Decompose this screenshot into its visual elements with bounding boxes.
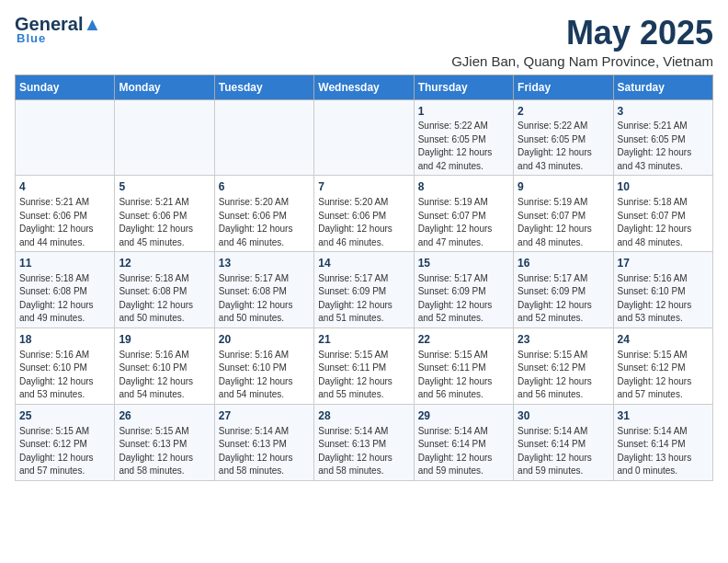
- day-number: 29: [418, 408, 509, 424]
- calendar-cell: [314, 99, 414, 176]
- header-wednesday: Wednesday: [314, 75, 414, 99]
- header-thursday: Thursday: [414, 75, 513, 99]
- day-info: Sunrise: 5:15 AM Sunset: 6:12 PM Dayligh…: [518, 349, 609, 402]
- day-number: 25: [19, 408, 110, 424]
- title-block: May 2025 GJien Ban, Quang Nam Province, …: [451, 15, 713, 69]
- header-friday: Friday: [514, 75, 613, 99]
- day-number: 13: [219, 256, 310, 271]
- day-number: 18: [19, 332, 110, 348]
- day-info: Sunrise: 5:18 AM Sunset: 6:07 PM Dayligh…: [618, 196, 709, 249]
- header-monday: Monday: [115, 75, 214, 99]
- calendar-cell: [214, 99, 313, 176]
- day-info: Sunrise: 5:15 AM Sunset: 6:12 PM Dayligh…: [618, 349, 709, 402]
- calendar-week-1: 1Sunrise: 5:22 AM Sunset: 6:05 PM Daylig…: [16, 99, 713, 176]
- month-title: May 2025: [451, 15, 713, 52]
- calendar-cell: 6Sunrise: 5:20 AM Sunset: 6:06 PM Daylig…: [214, 176, 313, 252]
- day-number: 5: [119, 179, 210, 195]
- day-info: Sunrise: 5:14 AM Sunset: 6:13 PM Dayligh…: [318, 425, 409, 478]
- calendar-cell: 12Sunrise: 5:18 AM Sunset: 6:08 PM Dayli…: [115, 252, 214, 328]
- day-number: 16: [518, 256, 609, 271]
- page-header: General▲ Blue May 2025 GJien Ban, Quang …: [15, 15, 713, 69]
- calendar-cell: 14Sunrise: 5:17 AM Sunset: 6:09 PM Dayli…: [314, 252, 414, 328]
- calendar-cell: [16, 99, 115, 176]
- calendar-cell: 2Sunrise: 5:22 AM Sunset: 6:05 PM Daylig…: [514, 99, 613, 176]
- header-tuesday: Tuesday: [214, 75, 313, 99]
- calendar-cell: 27Sunrise: 5:14 AM Sunset: 6:13 PM Dayli…: [214, 404, 313, 480]
- day-info: Sunrise: 5:15 AM Sunset: 6:13 PM Dayligh…: [119, 425, 210, 478]
- calendar-cell: 3Sunrise: 5:21 AM Sunset: 6:05 PM Daylig…: [613, 99, 712, 176]
- day-number: 22: [418, 332, 509, 348]
- calendar-week-5: 25Sunrise: 5:15 AM Sunset: 6:12 PM Dayli…: [16, 404, 713, 480]
- calendar-cell: 31Sunrise: 5:14 AM Sunset: 6:14 PM Dayli…: [613, 404, 712, 480]
- day-number: 19: [119, 332, 210, 348]
- day-info: Sunrise: 5:20 AM Sunset: 6:06 PM Dayligh…: [219, 196, 310, 249]
- day-number: 10: [618, 179, 709, 195]
- day-info: Sunrise: 5:22 AM Sunset: 6:05 PM Dayligh…: [518, 120, 609, 173]
- day-number: 26: [119, 408, 210, 424]
- day-info: Sunrise: 5:14 AM Sunset: 6:13 PM Dayligh…: [219, 425, 310, 478]
- logo-text: General▲: [15, 15, 101, 33]
- calendar-cell: 30Sunrise: 5:14 AM Sunset: 6:14 PM Dayli…: [514, 404, 613, 480]
- day-info: Sunrise: 5:21 AM Sunset: 6:06 PM Dayligh…: [19, 196, 110, 249]
- day-info: Sunrise: 5:20 AM Sunset: 6:06 PM Dayligh…: [318, 196, 409, 249]
- day-info: Sunrise: 5:16 AM Sunset: 6:10 PM Dayligh…: [119, 349, 210, 402]
- calendar-cell: 19Sunrise: 5:16 AM Sunset: 6:10 PM Dayli…: [115, 327, 214, 404]
- day-info: Sunrise: 5:15 AM Sunset: 6:11 PM Dayligh…: [418, 349, 509, 402]
- day-number: 6: [219, 179, 310, 195]
- calendar-cell: 18Sunrise: 5:16 AM Sunset: 6:10 PM Dayli…: [16, 327, 115, 404]
- calendar-cell: 21Sunrise: 5:15 AM Sunset: 6:11 PM Dayli…: [314, 327, 414, 404]
- day-number: 8: [418, 179, 509, 195]
- day-info: Sunrise: 5:19 AM Sunset: 6:07 PM Dayligh…: [518, 196, 609, 249]
- day-info: Sunrise: 5:18 AM Sunset: 6:08 PM Dayligh…: [19, 272, 110, 326]
- day-number: 12: [119, 256, 210, 271]
- day-info: Sunrise: 5:16 AM Sunset: 6:10 PM Dayligh…: [19, 349, 110, 402]
- day-number: 31: [618, 408, 709, 424]
- day-number: 30: [518, 408, 609, 424]
- calendar-cell: 20Sunrise: 5:16 AM Sunset: 6:10 PM Dayli…: [214, 327, 313, 404]
- day-number: 3: [618, 104, 709, 120]
- day-info: Sunrise: 5:19 AM Sunset: 6:07 PM Dayligh…: [418, 196, 509, 249]
- day-info: Sunrise: 5:22 AM Sunset: 6:05 PM Dayligh…: [418, 120, 509, 173]
- calendar-cell: 29Sunrise: 5:14 AM Sunset: 6:14 PM Dayli…: [414, 404, 513, 480]
- calendar-cell: 24Sunrise: 5:15 AM Sunset: 6:12 PM Dayli…: [613, 327, 712, 404]
- calendar-table: SundayMondayTuesdayWednesdayThursdayFrid…: [15, 75, 713, 481]
- calendar-cell: 15Sunrise: 5:17 AM Sunset: 6:09 PM Dayli…: [414, 252, 513, 328]
- logo: General▲ Blue: [15, 15, 101, 45]
- calendar-cell: 8Sunrise: 5:19 AM Sunset: 6:07 PM Daylig…: [414, 176, 513, 252]
- day-number: 28: [318, 408, 409, 424]
- day-number: 2: [518, 104, 609, 120]
- header-sunday: Sunday: [16, 75, 115, 99]
- day-info: Sunrise: 5:16 AM Sunset: 6:10 PM Dayligh…: [219, 349, 310, 402]
- calendar-week-2: 4Sunrise: 5:21 AM Sunset: 6:06 PM Daylig…: [16, 176, 713, 252]
- day-info: Sunrise: 5:17 AM Sunset: 6:09 PM Dayligh…: [418, 272, 509, 326]
- location-title: GJien Ban, Quang Nam Province, Vietnam: [451, 53, 713, 69]
- day-number: 23: [518, 332, 609, 348]
- calendar-cell: 16Sunrise: 5:17 AM Sunset: 6:09 PM Dayli…: [514, 252, 613, 328]
- day-info: Sunrise: 5:15 AM Sunset: 6:11 PM Dayligh…: [318, 349, 409, 402]
- day-number: 4: [19, 179, 110, 195]
- calendar-cell: 11Sunrise: 5:18 AM Sunset: 6:08 PM Dayli…: [16, 252, 115, 328]
- day-info: Sunrise: 5:14 AM Sunset: 6:14 PM Dayligh…: [418, 425, 509, 478]
- day-info: Sunrise: 5:15 AM Sunset: 6:12 PM Dayligh…: [19, 425, 110, 478]
- day-number: 24: [618, 332, 709, 348]
- day-number: 14: [318, 256, 409, 271]
- calendar-week-4: 18Sunrise: 5:16 AM Sunset: 6:10 PM Dayli…: [16, 327, 713, 404]
- calendar-cell: 5Sunrise: 5:21 AM Sunset: 6:06 PM Daylig…: [115, 176, 214, 252]
- day-info: Sunrise: 5:17 AM Sunset: 6:09 PM Dayligh…: [318, 272, 409, 326]
- logo-blue-text: ▲: [83, 15, 101, 33]
- calendar-cell: 25Sunrise: 5:15 AM Sunset: 6:12 PM Dayli…: [16, 404, 115, 480]
- day-number: 15: [418, 256, 509, 271]
- day-number: 20: [219, 332, 310, 348]
- calendar-cell: 22Sunrise: 5:15 AM Sunset: 6:11 PM Dayli…: [414, 327, 513, 404]
- calendar-header-row: SundayMondayTuesdayWednesdayThursdayFrid…: [16, 75, 713, 99]
- day-number: 1: [418, 104, 509, 120]
- calendar-cell: 4Sunrise: 5:21 AM Sunset: 6:06 PM Daylig…: [16, 176, 115, 252]
- calendar-week-3: 11Sunrise: 5:18 AM Sunset: 6:08 PM Dayli…: [16, 252, 713, 328]
- day-number: 7: [318, 179, 409, 195]
- day-number: 27: [219, 408, 310, 424]
- day-number: 17: [618, 256, 709, 271]
- calendar-cell: 1Sunrise: 5:22 AM Sunset: 6:05 PM Daylig…: [414, 99, 513, 176]
- day-info: Sunrise: 5:21 AM Sunset: 6:06 PM Dayligh…: [119, 196, 210, 249]
- day-info: Sunrise: 5:14 AM Sunset: 6:14 PM Dayligh…: [618, 425, 709, 478]
- calendar-cell: [115, 99, 214, 176]
